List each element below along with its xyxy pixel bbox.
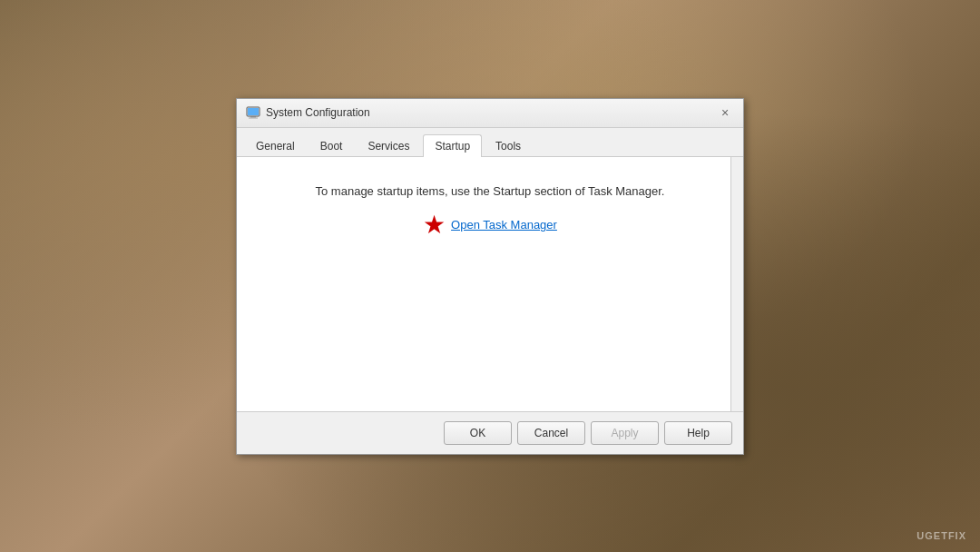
system-config-icon (246, 105, 260, 120)
tab-startup[interactable]: Startup (423, 134, 482, 157)
svg-rect-1 (248, 108, 259, 115)
ok-button[interactable]: OK (444, 421, 512, 445)
svg-rect-3 (249, 118, 258, 119)
open-task-manager-link[interactable]: Open Task Manager (451, 218, 557, 232)
watermark: UGETFIX (916, 530, 966, 541)
tab-general[interactable]: General (244, 134, 307, 157)
tabs-bar: General Boot Services Startup Tools (237, 128, 743, 157)
svg-rect-2 (250, 116, 256, 118)
help-button[interactable]: Help (664, 421, 732, 445)
tab-boot[interactable]: Boot (309, 134, 355, 157)
dialog-title: System Configuration (266, 106, 370, 119)
startup-message: To manage startup items, use the Startup… (316, 184, 665, 198)
tab-services[interactable]: Services (356, 134, 421, 157)
apply-button[interactable]: Apply (591, 421, 659, 445)
system-configuration-dialog: System Configuration × General Boot Serv… (236, 98, 744, 455)
cancel-button[interactable]: Cancel (517, 421, 585, 445)
title-bar-left: System Configuration (246, 105, 370, 120)
link-row: ★ Open Task Manager (423, 212, 557, 238)
title-bar: System Configuration × (237, 99, 743, 128)
star-annotation-icon: ★ (423, 212, 446, 238)
tab-tools[interactable]: Tools (484, 134, 533, 157)
scrollbar-track[interactable] (730, 157, 743, 411)
close-button[interactable]: × (716, 104, 734, 122)
dialog-overlay: System Configuration × General Boot Serv… (0, 0, 980, 552)
dialog-body: To manage startup items, use the Startup… (237, 157, 743, 411)
dialog-footer: OK Cancel Apply Help (237, 411, 743, 454)
